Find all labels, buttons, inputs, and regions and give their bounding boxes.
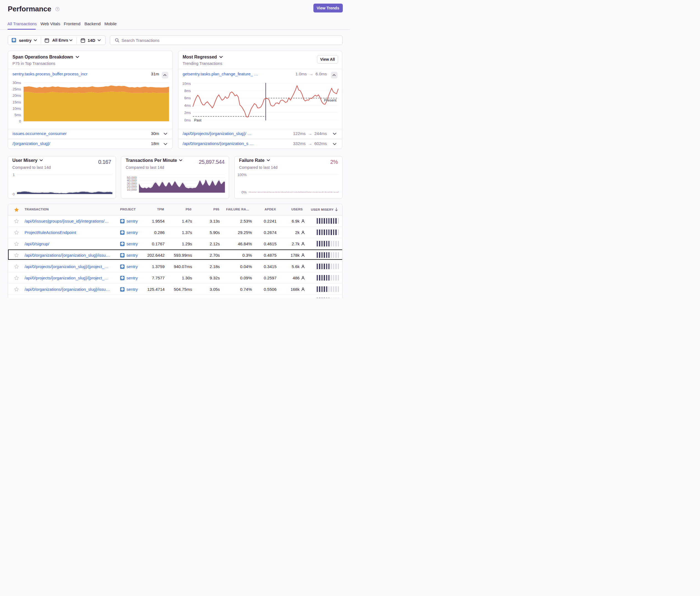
svg-text:100%: 100% — [238, 173, 247, 177]
svg-text:Past: Past — [194, 118, 201, 122]
svg-text:2ms: 2ms — [184, 111, 191, 115]
svg-text:10ms: 10ms — [182, 82, 191, 86]
svg-text:10ms: 10ms — [12, 107, 21, 111]
svg-text:15ms: 15ms — [12, 100, 21, 104]
svg-text:5ms: 5ms — [15, 113, 21, 117]
svg-text:4ms: 4ms — [184, 104, 191, 108]
svg-text:Present: Present — [324, 98, 336, 102]
svg-text:8ms: 8ms — [184, 89, 191, 93]
svg-text:?: ? — [56, 8, 58, 10]
svg-text:25ms: 25ms — [12, 87, 21, 91]
svg-text:0: 0 — [19, 120, 21, 123]
svg-text:10,000: 10,000 — [127, 188, 137, 191]
svg-text:20ms: 20ms — [12, 94, 21, 98]
svg-text:0ms: 0ms — [184, 119, 191, 122]
svg-text:0%: 0% — [242, 190, 247, 194]
svg-text:6ms: 6ms — [184, 96, 191, 100]
svg-text:0: 0 — [12, 192, 15, 196]
svg-text:30ms: 30ms — [12, 81, 21, 85]
svg-text:1: 1 — [12, 173, 15, 177]
